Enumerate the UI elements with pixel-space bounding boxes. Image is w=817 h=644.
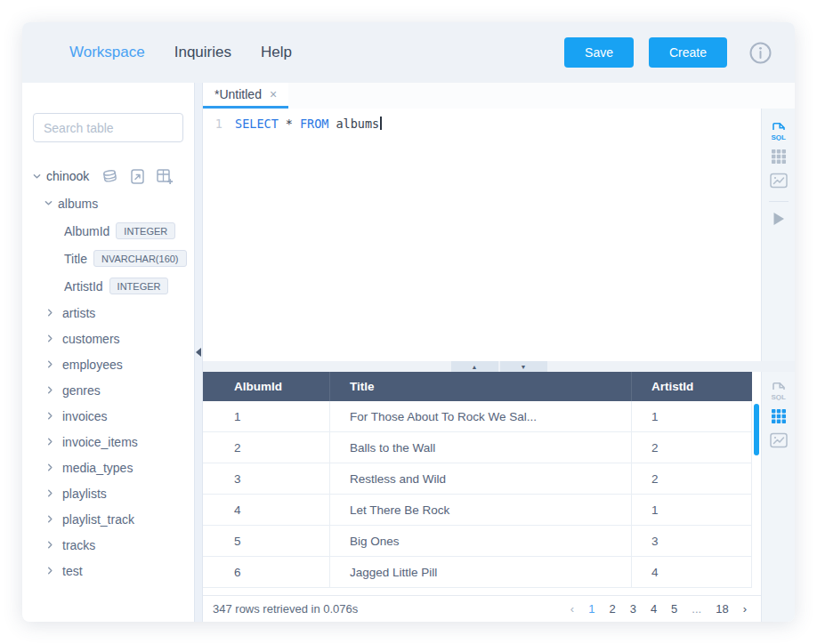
column-type-badge: INTEGER bbox=[116, 222, 175, 239]
chevron-right-icon bbox=[46, 334, 54, 342]
expand-up-button[interactable]: ▲ bbox=[451, 361, 498, 372]
sql-operand: albums bbox=[336, 117, 379, 131]
cell-artistid: 4 bbox=[632, 557, 752, 587]
chevron-right-icon bbox=[46, 386, 54, 394]
chevron-right-icon bbox=[46, 541, 54, 549]
page-ellipsis: ... bbox=[692, 602, 701, 616]
sql-file-icon[interactable]: SQL bbox=[770, 382, 788, 400]
cell-title: Balls to the Wall bbox=[330, 432, 632, 463]
chevron-down-icon bbox=[33, 173, 41, 181]
page-number[interactable]: 18 bbox=[716, 602, 728, 616]
table-grid-icon[interactable] bbox=[771, 408, 787, 424]
tab-title: *Untitled bbox=[214, 87, 262, 101]
cell-artistid: 2 bbox=[632, 432, 752, 463]
tree-table-albums[interactable]: albums bbox=[22, 189, 194, 217]
table-row[interactable]: 3 Restless and Wild 2 bbox=[203, 463, 752, 495]
next-page-icon[interactable]: › bbox=[743, 602, 747, 616]
results-splitter[interactable]: ▲ ▼ bbox=[203, 361, 795, 372]
column-name: AlbumId bbox=[64, 224, 109, 238]
results-rows: 1 For Those About To Rock We Sal... 1 2 … bbox=[203, 401, 752, 588]
chart-icon[interactable] bbox=[770, 432, 788, 448]
results-footer: 347 rows retrieved in 0.076s ‹ 12345...1… bbox=[203, 595, 761, 622]
table-name: genres bbox=[62, 383, 101, 398]
search-table-input[interactable] bbox=[33, 113, 183, 142]
sql-editor[interactable]: 1 SELECT * FROM albums bbox=[203, 109, 761, 361]
results-toolbar: SQL bbox=[761, 372, 795, 622]
save-button[interactable]: Save bbox=[564, 37, 634, 68]
table-name: artists bbox=[62, 306, 95, 320]
schema-sidebar: chinook albums bbox=[22, 83, 194, 622]
table-name: customers bbox=[62, 332, 120, 346]
table-row[interactable]: 1 For Those About To Rock We Sal... 1 bbox=[203, 401, 752, 432]
sql-keyword: SELECT bbox=[235, 117, 279, 131]
page-number[interactable]: 1 bbox=[588, 602, 595, 616]
column-type-badge: INTEGER bbox=[109, 278, 169, 294]
table-grid-icon[interactable] bbox=[771, 149, 787, 165]
tree-table-customers[interactable]: customers bbox=[22, 326, 194, 351]
tree-table-invoices[interactable]: invoices bbox=[22, 403, 194, 429]
albums-columns: AlbumId INTEGER Title NVARCHAR(160) Arti… bbox=[22, 217, 194, 300]
page-number[interactable]: 4 bbox=[651, 602, 657, 616]
table-add-icon[interactable] bbox=[157, 168, 174, 185]
page-number[interactable]: 5 bbox=[671, 602, 677, 616]
tree-table-playlist_track[interactable]: playlist_track bbox=[22, 506, 194, 532]
create-button[interactable]: Create bbox=[649, 37, 727, 68]
cell-artistid: 3 bbox=[632, 526, 752, 556]
results-header-row: AlbumId Title ArtistId bbox=[203, 372, 752, 401]
main-nav: Workspace Inquiries Help bbox=[69, 44, 292, 61]
table-row[interactable]: 2 Balls to the Wall 2 bbox=[203, 432, 752, 463]
sql-file-icon[interactable]: SQL bbox=[770, 122, 788, 141]
expand-down-button[interactable]: ▼ bbox=[500, 361, 547, 372]
status-text: 347 rows retrieved in 0.076s bbox=[213, 602, 358, 616]
cell-title: Restless and Wild bbox=[330, 463, 632, 494]
sql-operand: * bbox=[286, 117, 293, 131]
code-line: 1 SELECT * FROM albums bbox=[203, 117, 761, 131]
page-number[interactable]: 2 bbox=[609, 602, 615, 616]
results-scrollbar-thumb[interactable] bbox=[754, 404, 759, 455]
collapse-sidebar-icon[interactable] bbox=[196, 348, 201, 357]
table-name: invoices bbox=[62, 409, 108, 423]
tree-table-tracks[interactable]: tracks bbox=[22, 532, 194, 558]
chevron-down-icon bbox=[44, 199, 53, 207]
results-column: AlbumId Title ArtistId 1 For Those About… bbox=[203, 372, 761, 622]
tree-table-test[interactable]: test bbox=[22, 558, 194, 584]
table-name: tracks bbox=[62, 538, 95, 552]
tab-bar: *Untitled × bbox=[203, 83, 795, 109]
cell-albumid: 2 bbox=[203, 432, 330, 463]
tree-table-genres[interactable]: genres bbox=[22, 377, 194, 403]
table-row[interactable]: 6 Jagged Little Pill 4 bbox=[203, 557, 752, 588]
cell-title: Jagged Little Pill bbox=[330, 557, 632, 587]
tree-table-media_types[interactable]: media_types bbox=[22, 455, 194, 480]
table-row[interactable]: 5 Big Ones 3 bbox=[203, 526, 752, 557]
line-number: 1 bbox=[203, 117, 222, 131]
table-name: test bbox=[62, 564, 83, 578]
tree-table-playlists[interactable]: playlists bbox=[22, 480, 194, 506]
svg-text:SQL: SQL bbox=[771, 393, 786, 401]
tree-column: AlbumId INTEGER bbox=[22, 217, 194, 245]
workspace-body: chinook albums bbox=[22, 83, 795, 622]
nav-help[interactable]: Help bbox=[261, 44, 292, 61]
page-number[interactable]: 3 bbox=[630, 602, 636, 616]
cell-artistid: 2 bbox=[632, 463, 752, 494]
chart-icon[interactable] bbox=[770, 173, 788, 189]
tree-table-invoice_items[interactable]: invoice_items bbox=[22, 429, 194, 455]
run-query-icon[interactable] bbox=[772, 211, 786, 227]
table-row[interactable]: 4 Let There Be Rock 1 bbox=[203, 495, 752, 526]
schema-tree: chinook albums bbox=[22, 163, 194, 584]
tree-database-chinook[interactable]: chinook bbox=[22, 163, 194, 189]
tab-untitled[interactable]: *Untitled × bbox=[203, 83, 288, 109]
sidebar-splitter[interactable] bbox=[194, 83, 203, 622]
editor-region: 1 SELECT * FROM albums SQL bbox=[203, 109, 795, 361]
chevron-right-icon bbox=[46, 515, 54, 523]
cell-albumid: 1 bbox=[203, 401, 330, 431]
prev-page-icon[interactable]: ‹ bbox=[570, 602, 574, 616]
close-tab-icon[interactable]: × bbox=[270, 87, 277, 101]
database-name: chinook bbox=[46, 169, 89, 183]
tree-table-artists[interactable]: artists bbox=[22, 300, 194, 326]
nav-inquiries[interactable]: Inquiries bbox=[174, 44, 231, 61]
file-export-icon[interactable] bbox=[131, 169, 144, 184]
nav-workspace[interactable]: Workspace bbox=[69, 44, 145, 61]
tree-table-employees[interactable]: employees bbox=[22, 351, 194, 377]
database-icon[interactable] bbox=[101, 168, 119, 185]
info-circle-icon[interactable] bbox=[749, 42, 772, 64]
